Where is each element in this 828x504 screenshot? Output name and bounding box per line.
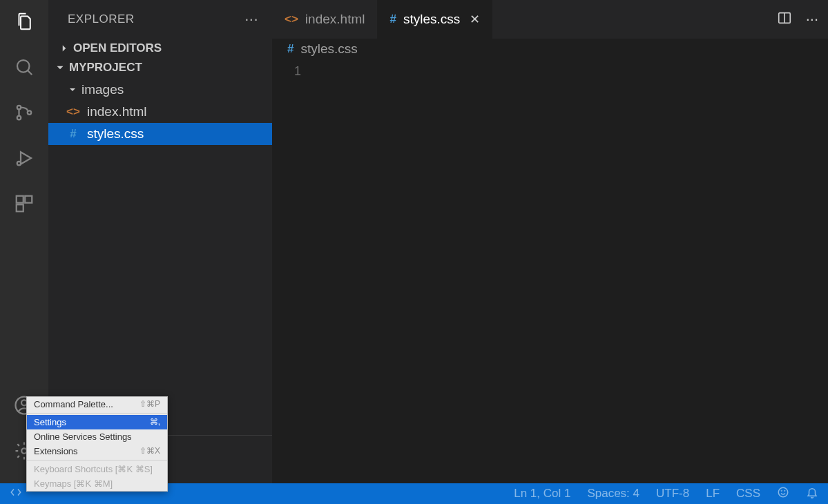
folder-label: images	[81, 82, 124, 97]
sidebar-more-icon[interactable]: ···	[244, 10, 258, 28]
project-label: MYPROJECT	[69, 61, 142, 75]
menu-keymaps[interactable]: Keymaps [⌘K ⌘M]	[27, 476, 167, 491]
sidebar-title: EXPLORER	[68, 12, 244, 26]
menu-label: Keyboard Shortcuts [⌘K ⌘S]	[34, 464, 153, 474]
code-area[interactable]: 1	[272, 59, 828, 483]
run-debug-icon[interactable]	[12, 146, 36, 170]
tree-file-index-html[interactable]: <> index.html	[48, 101, 272, 123]
html-file-icon: <>	[66, 105, 80, 119]
svg-rect-7	[17, 204, 23, 211]
menu-label: Extensions	[34, 446, 78, 456]
tab-bar: <> index.html # styles.css ✕ ···	[272, 0, 828, 39]
tab-actions: ···	[777, 0, 828, 39]
extensions-icon[interactable]	[12, 192, 36, 215]
explorer-icon[interactable]	[12, 10, 36, 33]
tab-label: styles.css	[403, 12, 460, 27]
menu-settings[interactable]: Settings ⌘,	[27, 415, 167, 429]
svg-point-13	[778, 487, 788, 497]
menu-label: Online Services Settings	[34, 432, 132, 442]
status-language[interactable]: CSS	[736, 487, 760, 501]
svg-point-1	[17, 106, 21, 110]
menu-command-palette[interactable]: Command Palette... ⇧⌘P	[27, 397, 167, 411]
css-file-icon: #	[66, 127, 80, 141]
manage-context-menu: Command Palette... ⇧⌘P Settings ⌘, Onlin…	[26, 396, 168, 492]
close-icon[interactable]: ✕	[470, 12, 480, 27]
tab-label: index.html	[305, 12, 365, 27]
menu-separator	[27, 413, 167, 414]
open-editors-label: OPEN EDITORS	[73, 41, 162, 55]
status-encoding[interactable]: UTF-8	[656, 487, 689, 501]
svg-rect-5	[17, 196, 23, 203]
svg-point-4	[17, 162, 21, 166]
tab-index-html[interactable]: <> index.html	[272, 0, 377, 39]
editor-more-icon[interactable]: ···	[806, 10, 818, 28]
code-content[interactable]	[314, 59, 828, 483]
chevron-right-icon	[58, 42, 70, 55]
menu-separator	[27, 460, 167, 461]
menu-online-services[interactable]: Online Services Settings	[27, 429, 167, 444]
bell-icon[interactable]	[806, 486, 818, 502]
css-file-icon: #	[389, 12, 396, 26]
svg-rect-6	[25, 196, 32, 203]
feedback-icon[interactable]	[777, 486, 789, 502]
tree-folder-images[interactable]: images	[48, 79, 272, 101]
status-spaces[interactable]: Spaces: 4	[587, 487, 639, 501]
svg-point-15	[784, 490, 785, 491]
file-label: index.html	[87, 104, 147, 119]
svg-point-2	[17, 116, 21, 120]
open-editors-section[interactable]: OPEN EDITORS	[48, 39, 272, 58]
breadcrumb[interactable]: # styles.css	[272, 39, 828, 59]
svg-point-3	[28, 110, 32, 115]
svg-point-0	[17, 60, 30, 72]
status-eol[interactable]: LF	[706, 487, 720, 501]
menu-label: Command Palette...	[34, 399, 113, 409]
chevron-down-icon	[54, 61, 66, 74]
chevron-down-icon	[66, 84, 79, 95]
file-label: styles.css	[87, 126, 144, 142]
remote-status-icon[interactable]	[10, 486, 22, 502]
menu-label: Keymaps [⌘K ⌘M]	[34, 478, 113, 489]
menu-label: Settings	[34, 417, 66, 427]
tab-styles-css[interactable]: # styles.css ✕	[377, 0, 492, 39]
html-file-icon: <>	[285, 12, 298, 26]
source-control-icon[interactable]	[12, 101, 36, 124]
status-line-col[interactable]: Ln 1, Col 1	[514, 487, 570, 501]
sidebar-header: EXPLORER ···	[48, 0, 272, 39]
editor-area: <> index.html # styles.css ✕ ··· # styl	[272, 0, 828, 483]
menu-shortcut: ⌘,	[150, 417, 160, 427]
project-section[interactable]: MYPROJECT	[48, 58, 272, 77]
menu-shortcut: ⇧⌘P	[139, 399, 160, 409]
menu-keyboard-shortcuts[interactable]: Keyboard Shortcuts [⌘K ⌘S]	[27, 462, 167, 476]
split-editor-icon[interactable]	[777, 10, 792, 28]
css-file-icon: #	[287, 42, 293, 56]
svg-point-14	[781, 490, 782, 491]
breadcrumb-file: styles.css	[300, 41, 357, 57]
menu-shortcut: ⇧⌘X	[139, 446, 160, 456]
file-tree: images <> index.html # styles.css	[48, 77, 272, 145]
line-gutter: 1	[272, 59, 314, 483]
menu-extensions[interactable]: Extensions ⇧⌘X	[27, 444, 167, 458]
tree-file-styles-css[interactable]: # styles.css	[48, 123, 272, 145]
line-number: 1	[272, 62, 301, 80]
search-icon[interactable]	[12, 55, 36, 79]
